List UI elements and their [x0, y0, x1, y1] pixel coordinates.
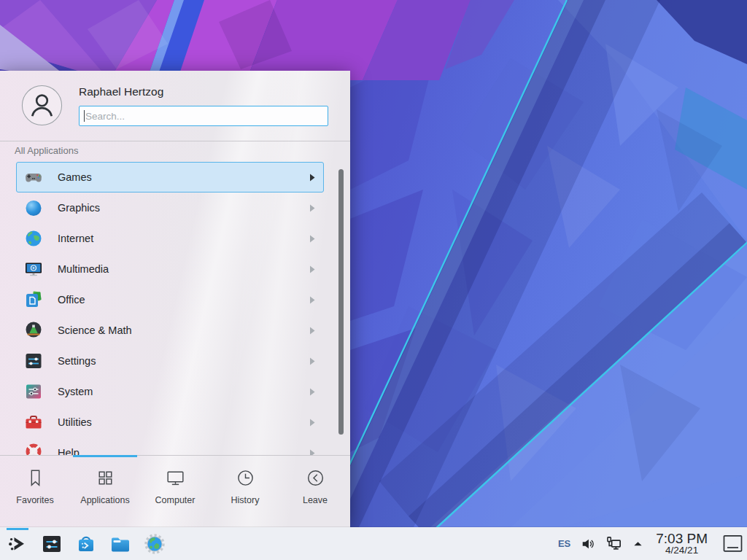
submenu-arrow-icon: [309, 296, 315, 304]
submenu-arrow-icon: [309, 265, 315, 273]
system-tray: ES 7:03 PM 4/24/21: [558, 532, 747, 556]
category-label: Multimedia: [58, 263, 109, 275]
kde-launcher-icon: [6, 532, 29, 556]
category-label: Internet: [58, 233, 93, 244]
category-label: Help: [58, 447, 80, 455]
tab-leave[interactable]: Leave: [280, 456, 350, 527]
category-row-internet[interactable]: Internet: [16, 223, 324, 254]
tab-history[interactable]: History: [210, 456, 280, 527]
tab-label: Computer: [155, 495, 196, 505]
volume-icon[interactable]: [581, 537, 595, 551]
application-launcher-menu: Raphael Hertzog All Applications Games G…: [0, 71, 350, 527]
submenu-arrow-icon: [309, 327, 315, 335]
file-manager-icon: [109, 532, 132, 556]
submenu-arrow-icon: [309, 357, 315, 365]
clock-date: 4/24/21: [656, 545, 708, 556]
science-math-icon: [23, 320, 44, 341]
category-row-system[interactable]: System: [16, 376, 324, 407]
web-browser-icon: [143, 532, 166, 556]
office-icon: [23, 289, 44, 310]
submenu-arrow-icon: [309, 419, 315, 427]
games-icon: [23, 167, 44, 187]
history-icon: [234, 467, 257, 489]
search-input[interactable]: [79, 106, 328, 126]
computer-icon: [164, 467, 187, 489]
category-row-graphics[interactable]: Graphics: [16, 192, 324, 223]
show-desktop-button[interactable]: [723, 534, 743, 553]
taskbar-launchers: [0, 532, 166, 556]
desktop: Raphael Hertzog All Applications Games G…: [0, 0, 747, 560]
category-label: Science & Math: [58, 324, 132, 336]
category-label: System: [58, 386, 93, 397]
user-avatar[interactable]: [21, 85, 63, 126]
category-row-games[interactable]: Games: [16, 162, 324, 192]
user-name: Raphael Hertzog: [79, 85, 163, 98]
system-icon: [23, 381, 44, 402]
launcher-web-browser[interactable]: [143, 532, 166, 556]
tab-label: History: [231, 495, 260, 505]
category-label: Settings: [58, 355, 96, 367]
category-row-science-math[interactable]: Science & Math: [16, 315, 324, 346]
multimedia-icon: [23, 259, 44, 279]
launcher-system-settings[interactable]: [40, 532, 63, 556]
taskbar-panel: ES 7:03 PM 4/24/21: [0, 527, 747, 560]
submenu-arrow-icon: [309, 174, 315, 182]
category-row-office[interactable]: Office: [16, 284, 324, 315]
category-label: Office: [58, 294, 85, 306]
category-row-help[interactable]: Help: [16, 438, 324, 455]
submenu-arrow-icon: [309, 388, 315, 396]
tab-computer[interactable]: Computer: [140, 456, 210, 527]
category-row-settings[interactable]: Settings: [16, 346, 324, 376]
application-category-list: Games Graphics Internet: [0, 162, 350, 455]
category-label: Utilities: [58, 416, 92, 428]
help-icon: [23, 443, 44, 455]
tab-label: Leave: [303, 495, 328, 505]
tab-applications[interactable]: Applications: [70, 456, 140, 527]
list-scrollbar-thumb[interactable]: [338, 169, 344, 435]
section-label: All Applications: [15, 145, 78, 156]
system-settings-icon: [40, 532, 63, 556]
category-label: Games: [58, 171, 92, 183]
category-row-utilities[interactable]: Utilities: [16, 407, 324, 438]
tab-label: Applications: [80, 495, 129, 505]
launcher-tab-bar: Favorites Applications Computer History …: [0, 455, 350, 527]
submenu-arrow-icon: [309, 449, 315, 456]
launcher-file-manager[interactable]: [109, 532, 132, 556]
internet-icon: [23, 228, 44, 249]
launcher-discover[interactable]: [74, 532, 98, 556]
favorites-icon: [24, 467, 47, 489]
tab-label: Favorites: [16, 495, 53, 505]
keyboard-layout-indicator[interactable]: ES: [558, 538, 570, 549]
graphics-icon: [23, 198, 44, 218]
tab-favorites[interactable]: Favorites: [0, 456, 70, 527]
network-icon[interactable]: [605, 535, 622, 552]
launcher-application-launcher[interactable]: [6, 532, 29, 556]
applications-icon: [94, 467, 117, 489]
utilities-icon: [23, 412, 44, 432]
discover-software-icon: [74, 532, 98, 556]
clock-time: 7:03 PM: [656, 532, 708, 546]
settings-icon: [23, 351, 44, 371]
digital-clock[interactable]: 7:03 PM 4/24/21: [656, 532, 708, 556]
leave-icon: [304, 467, 327, 489]
submenu-arrow-icon: [309, 235, 315, 243]
submenu-arrow-icon: [309, 204, 315, 212]
category-row-multimedia[interactable]: Multimedia: [16, 254, 324, 284]
text-cursor: [84, 110, 85, 122]
expand-tray-caret-icon[interactable]: [632, 538, 643, 549]
category-label: Graphics: [58, 202, 100, 214]
launcher-header: Raphael Hertzog: [0, 71, 350, 141]
